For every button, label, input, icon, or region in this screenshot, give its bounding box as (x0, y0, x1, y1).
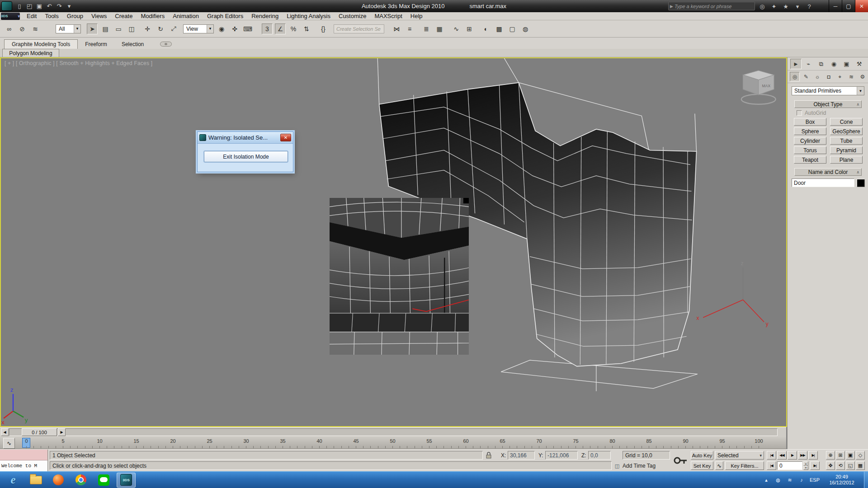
spinner-down-icon[interactable]: ▼ (803, 466, 808, 470)
minimize-button[interactable]: ─ (829, 0, 842, 12)
tab-utilities-icon[interactable]: ⚒ (854, 59, 865, 69)
category-lights-icon[interactable]: ☼ (812, 72, 822, 81)
undo-icon[interactable]: ↶ (44, 1, 54, 11)
viewport-layout-icon[interactable]: ▦ (856, 461, 865, 470)
tube-button[interactable]: Tube (830, 137, 863, 145)
object-type-rollout[interactable]: Object Type∧ (794, 100, 862, 108)
ribbon-minimize-toggle[interactable] (160, 42, 172, 47)
menu-animation[interactable]: Animation (169, 13, 203, 19)
menu-create[interactable]: Create (111, 13, 137, 19)
z-coordinate-field[interactable] (588, 451, 611, 460)
window-crossing-icon[interactable]: ◫ (126, 23, 137, 34)
time-tag-icon[interactable]: ◫ (613, 462, 621, 470)
infocenter-dropdown-icon[interactable]: ▾ (793, 1, 802, 11)
search-input[interactable] (675, 4, 755, 9)
percent-snap-icon[interactable]: % (288, 23, 299, 34)
primitive-category-dropdown[interactable]: Standard Primitives ▼ (792, 86, 864, 95)
selection-filter-dropdown[interactable]: All▼ (56, 24, 81, 33)
selection-region-icon[interactable]: ▭ (113, 23, 124, 34)
go-to-end-icon[interactable]: ▶| (808, 451, 818, 460)
named-selection-sets-icon[interactable]: {} (318, 23, 329, 34)
cylinder-button[interactable]: Cylinder (794, 137, 826, 145)
new-scene-icon[interactable]: ▯ (14, 1, 24, 11)
maxscript-mini-listener[interactable]: Welcome to M (0, 450, 48, 472)
zoom-icon[interactable]: ⊕ (826, 451, 835, 460)
application-menu-button[interactable]: 3DS▾ (1, 13, 20, 20)
tab-freeform[interactable]: Freeform (78, 39, 114, 49)
tray-chevron-up-icon[interactable]: ▴ (763, 477, 770, 483)
rendered-frame-window-icon[interactable]: ▢ (507, 23, 518, 34)
time-slider-thumb[interactable]: 0 / 100 (22, 428, 57, 436)
dialog-title-bar[interactable]: Warning: Isolated Se... ✕ (198, 132, 293, 144)
maximize-button[interactable]: ▢ (842, 0, 855, 12)
menu-graph-editors[interactable]: Graph Editors (203, 13, 247, 19)
menu-group[interactable]: Group (63, 13, 87, 19)
default-tangents-icon[interactable]: ∿ (715, 461, 723, 470)
category-geometry-icon[interactable]: ◎ (790, 72, 800, 81)
align-icon[interactable]: ≡ (404, 23, 415, 34)
plane-button[interactable]: Plane (830, 156, 863, 164)
field-of-view-icon[interactable]: ◇ (856, 451, 865, 460)
listener-output-pane[interactable]: Welcome to M (0, 460, 47, 471)
show-desktop-button[interactable] (864, 472, 868, 488)
previous-frame-icon[interactable]: |◀ (767, 461, 776, 470)
graphite-ribbon-toggle-icon[interactable]: ▦ (434, 23, 445, 34)
taskbar-icon-media[interactable] (49, 473, 68, 488)
select-and-link-icon[interactable]: ∞ (4, 23, 14, 34)
x-coordinate-field[interactable] (508, 451, 535, 460)
quick-access-dropdown-icon[interactable]: ▾ (64, 1, 74, 11)
track-bar[interactable]: 0510152025303540455055606570758085909510… (0, 437, 786, 449)
object-color-swatch[interactable] (857, 179, 865, 187)
category-spacewarps-icon[interactable]: ≋ (846, 72, 856, 81)
next-frame-arrow[interactable]: ▶ (58, 428, 66, 436)
taskbar-icon-line[interactable] (94, 473, 113, 488)
menu-customize[interactable]: Customize (335, 13, 370, 19)
save-file-icon[interactable]: ▣ (34, 1, 44, 11)
tray-clock[interactable]: 20:49 16/12/2012 (824, 474, 859, 486)
taskbar-icon-explorer[interactable] (26, 473, 45, 488)
viewcube[interactable]: MAX (741, 70, 776, 104)
taskbar-icon-chrome[interactable] (71, 473, 90, 488)
max-app-icon[interactable] (1, 1, 12, 11)
listener-macro-pane[interactable] (0, 450, 47, 460)
mirror-icon[interactable]: ⋈ (391, 23, 402, 34)
next-key-icon[interactable]: ▶▶ (798, 451, 807, 460)
geosphere-button[interactable]: GeoSphere (830, 127, 863, 135)
select-by-name-icon[interactable]: ▤ (100, 23, 111, 34)
menu-edit[interactable]: Edit (23, 13, 41, 19)
category-shapes-icon[interactable]: ✎ (801, 72, 811, 81)
material-editor-icon[interactable]: ◐ (481, 23, 491, 34)
unlink-selection-icon[interactable]: ⊘ (17, 23, 28, 34)
menu-tools[interactable]: Tools (41, 13, 62, 19)
named-selection-combo[interactable]: Create Selection Se (334, 24, 384, 33)
next-frame-icon[interactable]: ▶| (810, 461, 820, 470)
menu-modifiers[interactable]: Modifiers (137, 13, 169, 19)
angle-snap-icon[interactable]: ∠ (275, 23, 286, 34)
cone-button[interactable]: Cone (830, 118, 863, 126)
language-indicator[interactable]: ESP (810, 477, 820, 483)
use-pivot-center-icon[interactable]: ◉ (216, 23, 227, 34)
schematic-view-icon[interactable]: ⊞ (464, 23, 475, 34)
volume-icon[interactable]: ♪ (798, 477, 805, 483)
teapot-button[interactable]: Teapot (794, 156, 826, 164)
exit-isolation-mode-button[interactable]: Exit Isolation Mode (204, 151, 288, 162)
menu-lighting-analysis[interactable]: Lighting Analysis (283, 13, 335, 19)
selection-set-dropdown[interactable]: Selected▾ (715, 451, 764, 460)
menu-rendering[interactable]: Rendering (247, 13, 283, 19)
pan-icon[interactable]: ✥ (826, 461, 835, 470)
viewport-label[interactable]: [ + ] [ Orthographic ] [ Smooth + Highli… (5, 60, 152, 66)
name-and-color-rollout[interactable]: Name and Color∧ (794, 168, 862, 176)
selection-lock-icon[interactable] (485, 451, 492, 461)
tray-app-icon[interactable]: ◍ (774, 477, 782, 483)
pyramid-button[interactable]: Pyramid (830, 146, 863, 154)
viewcube-ring[interactable] (741, 94, 776, 104)
taskbar-icon-3dsmax[interactable]: 3DS (117, 473, 136, 488)
communication-center-icon[interactable]: ✦ (769, 1, 778, 11)
polygon-modeling-panel[interactable]: Polygon Modeling (2, 49, 59, 57)
bind-to-space-warp-icon[interactable]: ≋ (30, 23, 41, 34)
tab-display-icon[interactable]: ▣ (841, 59, 852, 69)
set-key-mode-icon[interactable] (673, 453, 688, 469)
menu-help[interactable]: Help (406, 13, 427, 19)
spinner-snap-icon[interactable]: ⇅ (301, 23, 312, 34)
reference-coordinate-dropdown[interactable]: View▼ (183, 24, 214, 33)
